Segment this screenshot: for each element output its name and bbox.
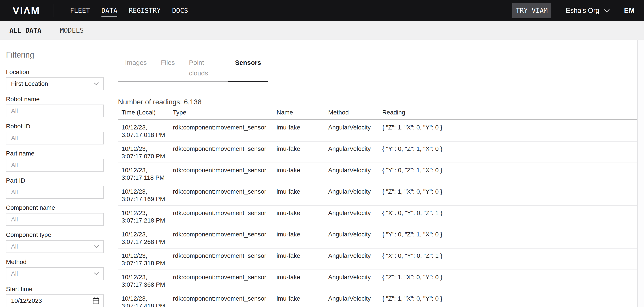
cell-time-date: 10/12/23, — [122, 124, 173, 131]
part-name-text-input[interactable] — [11, 162, 91, 169]
org-menu[interactable]: Esha's Org — [566, 6, 609, 14]
filter-sidebar: Filtering LocationFirst LocationRobot na… — [0, 40, 112, 307]
table-row[interactable]: 10/12/23,3:07:17.070 PMrdk:component:mov… — [118, 141, 637, 163]
robot-name-text-input[interactable] — [11, 108, 91, 114]
cell-type: rdk:component:movement_sensor — [173, 270, 276, 291]
try-viam-button[interactable]: TRY VIAM — [512, 3, 551, 18]
readings-count: Number of readings: 6,138 — [118, 98, 644, 106]
cell-name: imu-fake — [276, 248, 328, 270]
cell-time: 10/12/23,3:07:17.418 PM — [118, 291, 173, 307]
table-row[interactable]: 10/12/23,3:07:17.268 PMrdk:component:mov… — [118, 227, 637, 248]
filter-fields: LocationFirst LocationRobot nameRobot ID… — [6, 68, 103, 307]
subnav-tab-all-data[interactable]: ALL DATA — [10, 26, 42, 34]
table-row[interactable]: 10/12/23,3:07:17.218 PMrdk:component:mov… — [118, 206, 637, 227]
cell-type: rdk:component:movement_sensor — [173, 248, 276, 270]
cell-name: imu-fake — [276, 184, 328, 206]
topnav-item-docs[interactable]: DOCS — [172, 0, 188, 21]
table-row[interactable]: 10/12/23,3:07:17.368 PMrdk:component:mov… — [118, 270, 637, 291]
cell-method: AngularVelocity — [328, 206, 382, 227]
top-nav-bar: VIΛM FLEETDATAREGISTRYDOCS TRY VIAM Esha… — [0, 0, 644, 21]
cell-name: imu-fake — [276, 227, 328, 248]
method-value: All — [11, 270, 18, 277]
cell-time-date: 10/12/23, — [122, 295, 173, 302]
cell-method: AngularVelocity — [328, 120, 382, 141]
cell-name: imu-fake — [276, 120, 328, 141]
chevron-down-icon — [94, 245, 99, 248]
filter-location-select[interactable]: First Location — [6, 78, 104, 90]
logo-divider — [54, 4, 54, 17]
topbar-right: TRY VIAM Esha's Org EM — [512, 3, 635, 18]
cell-time-date: 10/12/23, — [122, 252, 173, 260]
cell-reading: { "Z": 1, "X": 0, "Y": 0 } — [382, 184, 637, 206]
table-row[interactable]: 10/12/23,3:07:17.118 PMrdk:component:mov… — [118, 163, 637, 184]
filter-part-name-input[interactable] — [6, 159, 104, 172]
cell-time-clock: 3:07:17.218 PM — [122, 217, 173, 224]
table-row[interactable]: 10/12/23,3:07:17.018 PMrdk:component:mov… — [118, 120, 637, 141]
table-row[interactable]: 10/12/23,3:07:17.169 PMrdk:component:mov… — [118, 184, 637, 206]
cell-type: rdk:component:movement_sensor — [173, 291, 276, 307]
location-value: First Location — [11, 80, 48, 87]
calendar-icon[interactable] — [93, 297, 99, 304]
cell-time-date: 10/12/23, — [122, 274, 173, 281]
data-models-subnav: ALL DATAMODELS — [0, 21, 644, 40]
topnav-item-fleet[interactable]: FLEET — [70, 0, 90, 21]
cell-time-date: 10/12/23, — [122, 145, 173, 152]
filter-robot-id-input[interactable] — [6, 132, 104, 144]
cell-time-clock: 3:07:17.169 PM — [122, 196, 173, 203]
cell-reading: { "X": 0, "Y": 0, "Z": 1 } — [382, 206, 637, 227]
viam-logo[interactable]: VIΛM — [12, 5, 40, 16]
chevron-down-icon — [604, 9, 610, 12]
cell-name: imu-fake — [276, 163, 328, 184]
cell-method: AngularVelocity — [328, 227, 382, 248]
tab-images[interactable]: Images — [118, 57, 154, 82]
filter-part-id-input[interactable] — [6, 186, 104, 199]
vertical-scrollbar[interactable] — [638, 40, 644, 307]
cell-reading: { "X": 0, "Y": 0, "Z": 1 } — [382, 248, 637, 270]
part-id-text-input[interactable] — [11, 189, 91, 196]
topnav-item-data[interactable]: DATA — [102, 0, 117, 21]
cell-type: rdk:component:movement_sensor — [173, 141, 276, 163]
cell-method: AngularVelocity — [328, 184, 382, 206]
column-header-reading: Reading — [382, 107, 637, 120]
user-avatar-initials[interactable]: EM — [624, 6, 635, 14]
cell-type: rdk:component:movement_sensor — [173, 163, 276, 184]
cell-method: AngularVelocity — [328, 270, 382, 291]
cell-time: 10/12/23,3:07:17.268 PM — [118, 227, 173, 248]
table-row[interactable]: 10/12/23,3:07:17.318 PMrdk:component:mov… — [118, 248, 637, 270]
component-name-text-input[interactable] — [11, 216, 91, 223]
data-type-tabs: ImagesFilesPoint cloudsSensors — [118, 57, 268, 82]
filter-start-date-date[interactable]: 10/12/2023 — [6, 294, 104, 307]
filter-component-type-select[interactable]: All — [6, 240, 104, 253]
table-header-row: Time (Local)TypeNameMethodReading — [118, 107, 637, 120]
cell-time-date: 10/12/23, — [122, 209, 173, 217]
subnav-tab-models[interactable]: MODELS — [60, 26, 84, 34]
filter-component-name-input[interactable] — [6, 213, 104, 226]
component-type-value: All — [11, 243, 18, 250]
cell-reading: { "Z": 1, "X": 0, "Y": 0 } — [382, 291, 637, 307]
chevron-down-icon — [94, 82, 99, 86]
filter-label-component-name: Component name — [6, 204, 103, 212]
cell-time-date: 10/12/23, — [122, 188, 173, 196]
cell-time: 10/12/23,3:07:17.218 PM — [118, 206, 173, 227]
cell-time: 10/12/23,3:07:17.169 PM — [118, 184, 173, 206]
cell-method: AngularVelocity — [328, 141, 382, 163]
cell-time-date: 10/12/23, — [122, 231, 173, 238]
cell-time-clock: 3:07:17.318 PM — [122, 260, 173, 267]
filter-label-robot-name: Robot name — [6, 96, 103, 103]
cell-time: 10/12/23,3:07:17.070 PM — [118, 141, 173, 163]
robot-id-text-input[interactable] — [11, 134, 91, 142]
filter-label-part-id: Part ID — [6, 177, 103, 184]
cell-time: 10/12/23,3:07:17.318 PM — [118, 248, 173, 270]
cell-time-clock: 3:07:17.418 PM — [122, 302, 173, 307]
tab-files[interactable]: Files — [154, 57, 182, 82]
tab-sensors[interactable]: Sensors — [228, 57, 268, 82]
topnav-item-registry[interactable]: REGISTRY — [129, 0, 161, 21]
cell-name: imu-fake — [276, 206, 328, 227]
cell-reading: { "Z": 1, "X": 0, "Y": 0 } — [382, 120, 637, 141]
table-row[interactable]: 10/12/23,3:07:17.418 PMrdk:component:mov… — [118, 291, 637, 307]
filter-robot-name-input[interactable] — [6, 104, 104, 117]
cell-time-clock: 3:07:17.070 PM — [122, 152, 173, 160]
filter-label-component-type: Component type — [6, 231, 103, 239]
tab-point-clouds[interactable]: Point clouds — [182, 57, 228, 82]
filter-method-select[interactable]: All — [6, 267, 104, 280]
